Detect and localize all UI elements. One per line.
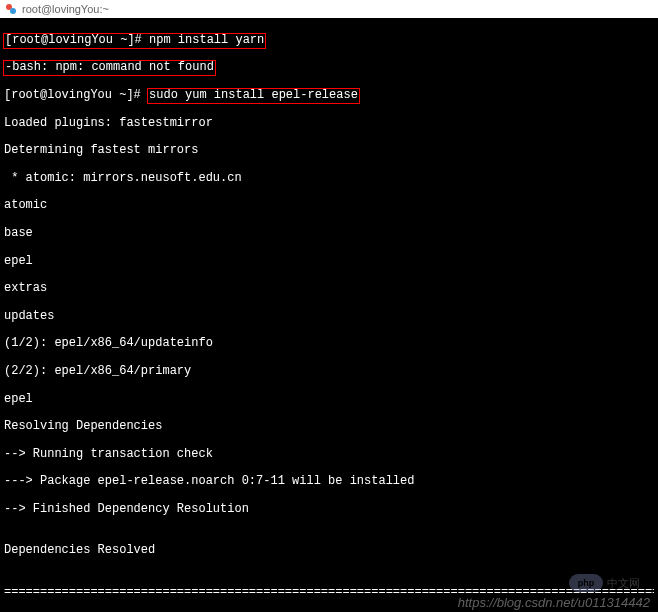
highlight-box: [root@lovingYou ~]# npm install yarn [3, 33, 266, 49]
highlight-box: sudo yum install epel-release [147, 88, 360, 104]
php-watermark: php 中文网 [569, 574, 640, 592]
svg-point-1 [10, 8, 16, 14]
terminal-output[interactable]: [root@lovingYou ~]# npm install yarn -ba… [0, 18, 658, 612]
csdn-watermark: https://blog.csdn.net/u011314442 [458, 595, 650, 610]
titlebar-text: root@lovingYou:~ [22, 3, 109, 15]
window-titlebar: root@lovingYou:~ [0, 0, 658, 18]
php-logo-icon: php [569, 574, 603, 592]
highlight-box: -bash: npm: command not found [3, 60, 216, 76]
terminal-icon [4, 2, 18, 16]
